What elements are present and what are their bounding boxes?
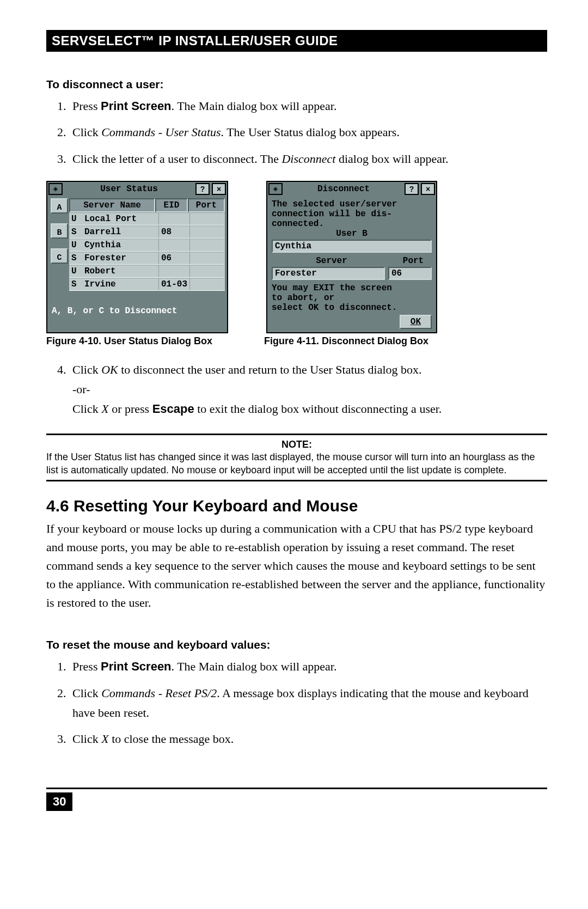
message-line: connected. <box>272 219 432 229</box>
figure-caption: Figure 4-10. User Status Dialog Box <box>46 335 242 347</box>
row-port <box>189 239 225 251</box>
row-name: Forester <box>82 252 158 264</box>
help-button[interactable]: ? <box>195 183 210 195</box>
key-name: Print Screen <box>101 660 171 673</box>
row-type: U <box>69 239 82 251</box>
text: to exit the dialog box without disconnec… <box>194 402 442 416</box>
text: to disconnect the user and return to the… <box>118 363 422 376</box>
server-label: Server <box>272 256 391 266</box>
text: . The Main dialog box will appear. <box>171 660 337 673</box>
row-name: Darrell <box>82 226 158 238</box>
message-line: select OK to disconnect. <box>272 303 432 313</box>
table-row: UCynthia <box>69 239 225 252</box>
message-line: You may EXIT the screen <box>272 283 432 293</box>
column-headers: Server Name EID Port <box>69 197 225 212</box>
subheading-disconnect-user: To disconnect a user: <box>46 78 547 91</box>
titlebar: ◈ User Status ? × <box>47 182 227 196</box>
logo-icon: ◈ <box>268 183 283 195</box>
port-label: Port <box>395 256 432 266</box>
key-name: Escape <box>152 402 194 416</box>
text: Click the letter of a user to disconnect… <box>72 152 281 166</box>
titlebar: ◈ Disconnect ? × <box>267 182 436 196</box>
col-port: Port <box>188 198 225 212</box>
row-eid: 01-03 <box>158 278 189 290</box>
menu-path: Commands - User Status <box>101 125 220 139</box>
text: dialog box will appear. <box>335 152 448 166</box>
menu-path: Commands - Reset PS/2 <box>101 686 217 700</box>
row-eid <box>158 239 189 251</box>
user-field: Cynthia <box>272 240 432 253</box>
select-c-button[interactable]: C <box>51 248 68 264</box>
letter-column: A B C <box>50 197 69 291</box>
table-row: SIrvine01-03 <box>69 278 225 291</box>
row-eid <box>158 265 189 277</box>
table-row: ULocal Port <box>69 212 225 225</box>
port-field: 06 <box>388 267 432 280</box>
user-status-dialog: ◈ User Status ? × A B C Server Name EID <box>46 181 228 333</box>
step-item: Click OK to disconnect the user and retu… <box>69 360 547 419</box>
row-type: S <box>69 252 82 264</box>
doc-header: SERVSELECT™ IP INSTALLER/USER GUIDE <box>46 30 547 52</box>
row-port <box>189 278 225 290</box>
text: Click <box>72 363 101 376</box>
text: . The Main dialog box will appear. <box>171 99 337 113</box>
button-name: X <box>101 402 108 416</box>
row-eid: 08 <box>158 226 189 238</box>
ok-button[interactable]: OK <box>400 315 432 329</box>
text: or press <box>109 402 152 416</box>
row-eid: 06 <box>158 252 189 264</box>
text: Click <box>72 686 101 700</box>
step-item: Click the letter of a user to disconnect… <box>69 149 547 169</box>
row-port <box>189 252 225 264</box>
subheading-reset: To reset the mouse and keyboard values: <box>46 638 547 651</box>
steps-disconnect-user: Press Print Screen. The Main dialog box … <box>46 96 547 169</box>
text: Press <box>72 99 101 113</box>
step-item: Click Commands - Reset PS/2. A message b… <box>69 684 547 723</box>
button-name: X <box>101 732 108 746</box>
step-item: Click Commands - User Status. The User S… <box>69 123 547 142</box>
text: to close the message box. <box>109 732 234 746</box>
row-port <box>189 265 225 277</box>
row-name: Robert <box>82 265 158 277</box>
logo-icon: ◈ <box>48 183 63 195</box>
steps-disconnect-continued: Click OK to disconnect the user and retu… <box>46 360 547 419</box>
note-label: NOTE: <box>46 438 547 451</box>
note-text: If the User Status list has changed sinc… <box>46 451 547 477</box>
row-name: Irvine <box>82 278 158 290</box>
row-type: U <box>69 213 82 225</box>
row-name: Local Port <box>82 213 158 225</box>
close-button[interactable]: × <box>421 183 435 195</box>
page-number: 30 <box>46 792 72 811</box>
server-field: Forester <box>272 267 385 280</box>
close-button[interactable]: × <box>212 183 226 195</box>
table-row: URobert <box>69 265 225 278</box>
col-server-name: Server Name <box>69 198 155 212</box>
note-block: NOTE: If the User Status list has change… <box>46 434 547 481</box>
text: Click <box>72 402 101 416</box>
row-name: Cynthia <box>82 239 158 251</box>
row-port <box>189 226 225 238</box>
dialog-name: Disconnect <box>281 152 335 166</box>
disconnect-dialog: ◈ Disconnect ? × The selected user/serve… <box>266 181 437 333</box>
or-text: -or- <box>72 382 90 396</box>
row-eid <box>158 213 189 225</box>
button-name: OK <box>101 363 118 376</box>
help-button[interactable]: ? <box>405 183 419 195</box>
key-name: Print Screen <box>101 99 171 113</box>
select-b-button[interactable]: B <box>51 223 68 239</box>
step-item: Press Print Screen. The Main dialog box … <box>69 96 547 116</box>
step-item: Press Print Screen. The Main dialog box … <box>69 657 547 676</box>
step-item: Click X to close the message box. <box>69 729 547 749</box>
select-a-button[interactable]: A <box>51 198 68 213</box>
table-row: SForester06 <box>69 252 225 265</box>
message-line: The selected user/server <box>272 199 432 209</box>
dialog-title: Disconnect <box>284 184 403 194</box>
dialog-footer-hint: A, B, or C to Disconnect <box>50 291 225 318</box>
figure-caption: Figure 4-11. Disconnect Dialog Box <box>264 335 428 347</box>
row-type: U <box>69 265 82 277</box>
section-paragraph: If your keyboard or mouse locks up durin… <box>46 520 547 612</box>
dialog-title: User Status <box>64 184 194 194</box>
section-heading: 4.6 Resetting Your Keyboard and Mouse <box>46 497 547 515</box>
text: . The User Status dialog box appears. <box>221 125 400 139</box>
table-row: SDarrell08 <box>69 225 225 239</box>
